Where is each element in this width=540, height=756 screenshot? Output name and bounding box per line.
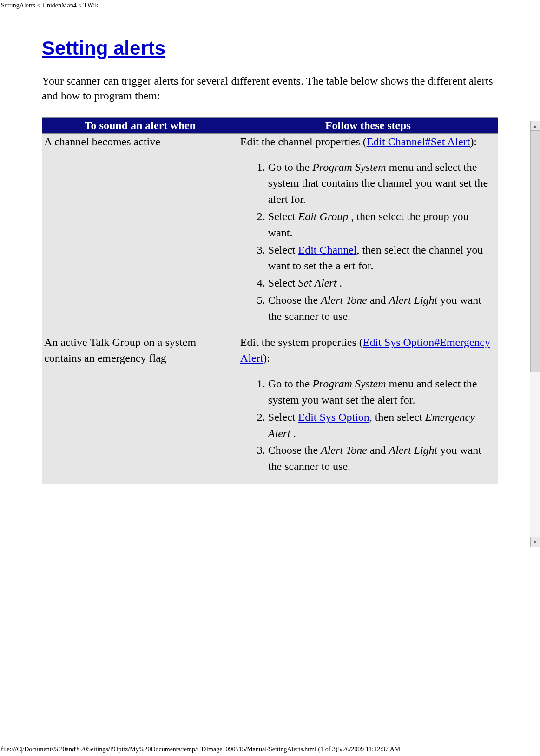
- scroll-down-button[interactable]: ▼: [530, 537, 540, 547]
- list-item: Choose the Alert Tone and Alert Light yo…: [268, 442, 496, 475]
- list-item: Select Edit Group , then select the grou…: [268, 209, 496, 241]
- list-item: Select Set Alert .: [268, 275, 496, 291]
- scroll-thumb[interactable]: [530, 131, 540, 372]
- steps-list: Go to the Program System menu and select…: [240, 376, 496, 475]
- table-row: A channel becomes active Edit the channe…: [42, 133, 498, 334]
- steps-cell: Edit the system properties (Edit Sys Opt…: [238, 334, 498, 484]
- lead-text: Edit the channel properties (: [240, 136, 367, 148]
- lead-text-post: ):: [263, 352, 270, 364]
- steps-list: Go to the Program System menu and select…: [240, 159, 496, 325]
- lead-text: Edit the system properties (: [240, 336, 363, 348]
- header-breadcrumb: SettingAlerts < UnidenMan4 < TWiki: [0, 0, 540, 9]
- edit-sys-option-link[interactable]: Edit Sys Option: [298, 411, 369, 423]
- alerts-table: To sound an alert when Follow these step…: [42, 117, 498, 484]
- list-item: Choose the Alert Tone and Alert Light yo…: [268, 292, 496, 325]
- chevron-down-icon: ▼: [533, 540, 538, 545]
- footer-file-path: file:///C|/Documents%20and%20Settings/PO…: [1, 746, 539, 753]
- table-row: An active Talk Group on a system contain…: [42, 334, 498, 484]
- col-header-steps: Follow these steps: [238, 117, 498, 133]
- lead-text-post: ):: [470, 136, 477, 148]
- col-header-trigger: To sound an alert when: [42, 117, 238, 133]
- list-item: Go to the Program System menu and select…: [268, 159, 496, 208]
- vertical-scrollbar[interactable]: ▲ ▼: [530, 121, 540, 547]
- list-item: Go to the Program System menu and select…: [268, 376, 496, 408]
- scroll-track[interactable]: [530, 131, 540, 537]
- scroll-up-button[interactable]: ▲: [530, 121, 540, 131]
- edit-channel-link[interactable]: Edit Channel: [298, 244, 356, 256]
- trigger-cell: A channel becomes active: [42, 133, 238, 334]
- trigger-cell: An active Talk Group on a system contain…: [42, 334, 238, 484]
- edit-channel-set-alert-link[interactable]: Edit Channel#Set Alert: [367, 136, 470, 148]
- list-item: Select Edit Sys Option, then select Emer…: [268, 409, 496, 442]
- list-item: Select Edit Channel, then select the cha…: [268, 242, 496, 274]
- steps-cell: Edit the channel properties (Edit Channe…: [238, 133, 498, 334]
- intro-text: Your scanner can trigger alerts for seve…: [42, 73, 498, 104]
- page-title: Setting alerts: [42, 37, 498, 59]
- chevron-up-icon: ▲: [533, 124, 538, 129]
- title-link[interactable]: Setting alerts: [42, 37, 165, 59]
